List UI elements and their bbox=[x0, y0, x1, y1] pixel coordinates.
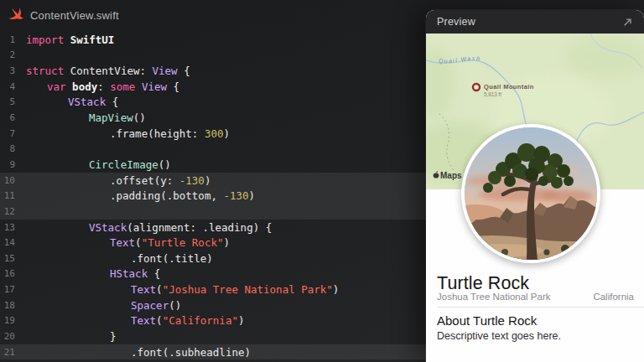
line-number: 3 bbox=[0, 65, 15, 76]
apple-logo-icon bbox=[434, 173, 439, 178]
landmark-subtitle-row: Joshua Tree National Park California bbox=[437, 292, 634, 302]
line-number: 11 bbox=[0, 190, 15, 201]
preview-pane: Preview Quail Wash bbox=[426, 10, 644, 362]
about-body: Descriptive text goes here. bbox=[437, 330, 561, 342]
code-text: Text("California") bbox=[131, 314, 244, 327]
code-text: import SwiftUI bbox=[26, 34, 114, 46]
about-title: About Turtle Rock bbox=[437, 313, 537, 328]
landmark-state: California bbox=[593, 292, 634, 302]
preview-title: Preview bbox=[437, 16, 475, 28]
line-number: 8 bbox=[0, 143, 15, 154]
line-number: 5 bbox=[0, 96, 15, 107]
landmark-circle-image bbox=[461, 124, 600, 263]
line-number: 18 bbox=[0, 300, 15, 311]
code-text: var body: some View { bbox=[47, 80, 179, 93]
code-text: VStack { bbox=[68, 96, 118, 108]
landmark-park: Joshua Tree National Park bbox=[437, 292, 551, 302]
code-text: Text("Turtle Rock") bbox=[110, 236, 230, 249]
line-number: 4 bbox=[0, 81, 15, 92]
line-number: 14 bbox=[0, 237, 15, 248]
file-title: ContentView.swift bbox=[30, 9, 119, 22]
detail-divider bbox=[437, 307, 644, 308]
code-text: .padding(.bottom, -130) bbox=[110, 189, 255, 202]
swift-logo-icon bbox=[8, 7, 24, 23]
line-number: 7 bbox=[0, 128, 15, 139]
line-number: 17 bbox=[0, 284, 15, 295]
line-number: 21 bbox=[0, 347, 15, 358]
code-text: MapView() bbox=[89, 111, 146, 124]
line-number: 13 bbox=[0, 222, 15, 233]
code-text: .font(.title) bbox=[131, 252, 213, 265]
code-text: .offset(y: -130) bbox=[110, 174, 210, 187]
code-text: VStack(alignment: .leading) { bbox=[89, 221, 272, 234]
expand-arrow-icon bbox=[622, 17, 633, 28]
code-text: CircleImage() bbox=[89, 158, 171, 171]
joshua-tree-photo bbox=[465, 127, 597, 260]
code-text: .frame(height: 300) bbox=[110, 127, 230, 140]
line-number: 16 bbox=[0, 268, 15, 279]
expand-preview-button[interactable] bbox=[622, 17, 633, 28]
line-number: 15 bbox=[0, 253, 15, 264]
map-marker-label: Quail Mountain bbox=[484, 83, 534, 90]
line-number: 20 bbox=[0, 331, 15, 342]
line-number: 1 bbox=[0, 34, 15, 45]
line-number: 2 bbox=[0, 49, 15, 60]
code-text: } bbox=[110, 330, 117, 343]
line-number: 9 bbox=[0, 159, 15, 170]
code-text: struct ContentView: View { bbox=[26, 65, 190, 77]
line-number: 6 bbox=[0, 112, 15, 123]
map-marker-icon bbox=[473, 84, 480, 90]
line-number: 19 bbox=[0, 315, 15, 326]
code-text: .font(.subheadline) bbox=[131, 346, 251, 359]
line-number: 12 bbox=[0, 206, 15, 217]
line-number: 10 bbox=[0, 175, 15, 186]
code-text: Spacer() bbox=[131, 299, 181, 312]
code-text: HStack { bbox=[110, 267, 160, 280]
maps-logo-text: Maps bbox=[440, 171, 462, 180]
preview-header: Preview bbox=[426, 10, 644, 34]
map-marker-elevation: 5,813 ft bbox=[484, 91, 501, 97]
code-text: Text("Joshua Tree National Park") bbox=[131, 283, 339, 296]
